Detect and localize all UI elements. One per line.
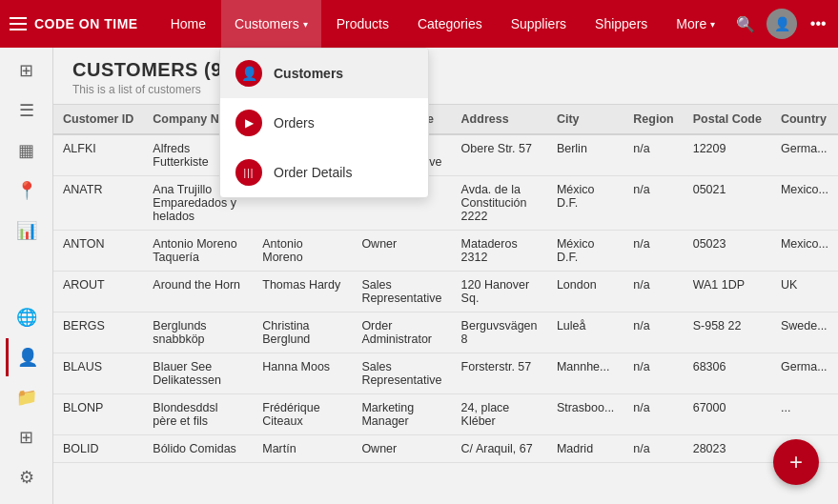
nav-categories[interactable]: Categories bbox=[404, 0, 496, 48]
nav-customers[interactable]: Customers ▾ bbox=[221, 0, 321, 48]
search-icon: 🔍 bbox=[736, 15, 755, 33]
nav-more[interactable]: More ▾ bbox=[663, 0, 728, 48]
avatar-image: 👤 bbox=[774, 16, 790, 31]
dropdown-order-details-label: Order Details bbox=[274, 165, 352, 180]
lines-icon: ||| bbox=[244, 168, 255, 178]
dropdown-item-orders[interactable]: ▶ Orders bbox=[220, 98, 428, 148]
more-caret: ▾ bbox=[710, 19, 715, 30]
nav-home[interactable]: Home bbox=[157, 0, 219, 48]
nav-shippers[interactable]: Shippers bbox=[582, 0, 661, 48]
hamburger-icon bbox=[10, 17, 27, 30]
search-button[interactable]: 🔍 bbox=[728, 7, 763, 41]
dropdown-customers-label: Customers bbox=[274, 66, 343, 81]
customers-dropdown: 👤 Customers ▶ Orders ||| Order Details bbox=[219, 48, 429, 198]
customers-caret: ▾ bbox=[303, 19, 308, 30]
more-options-button[interactable]: ••• bbox=[801, 7, 835, 41]
orders-dropdown-icon: ▶ bbox=[235, 110, 262, 136]
play-icon: ▶ bbox=[245, 116, 254, 130]
app-title: CODE ON TIME bbox=[34, 16, 138, 31]
order-details-dropdown-icon: ||| bbox=[235, 159, 262, 186]
hamburger-button[interactable] bbox=[10, 7, 27, 41]
ellipsis-icon: ••• bbox=[810, 15, 827, 32]
nav-links: Home Customers ▾ Products Categories Sup… bbox=[157, 0, 729, 48]
dropdown-item-order-details[interactable]: ||| Order Details bbox=[220, 148, 428, 197]
nav-right: 🔍 👤 ••• bbox=[728, 7, 835, 41]
avatar[interactable]: 👤 bbox=[766, 9, 797, 39]
dropdown-orders-label: Orders bbox=[274, 115, 315, 131]
person-icon: 👤 bbox=[241, 66, 257, 81]
customers-dropdown-icon: 👤 bbox=[235, 60, 262, 87]
dropdown-item-customers[interactable]: 👤 Customers bbox=[220, 49, 428, 98]
top-nav: CODE ON TIME Home Customers ▾ Products C… bbox=[0, 0, 838, 48]
nav-suppliers[interactable]: Suppliers bbox=[498, 0, 580, 48]
nav-products[interactable]: Products bbox=[323, 0, 402, 48]
